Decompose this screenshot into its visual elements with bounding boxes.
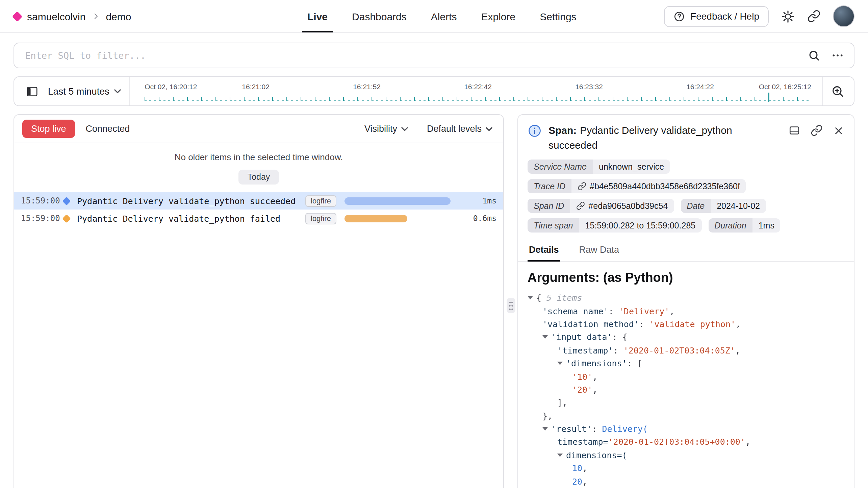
sql-filter-input[interactable]: [24, 49, 797, 62]
attribute-value[interactable]: #eda9065a0bd39c54: [570, 199, 674, 213]
share-link-icon[interactable]: [807, 9, 821, 23]
tab-raw-data[interactable]: Raw Data: [578, 241, 621, 261]
code-token: '20': [572, 385, 592, 395]
detail-header: Span:Pydantic Delivery validate_python s…: [518, 115, 854, 153]
code-line: 'timestamp': '2020-01-02T03:04:05Z',: [528, 344, 844, 357]
nav-tab-settings[interactable]: Settings: [540, 0, 576, 32]
code-line: 'input_data': {: [528, 331, 844, 344]
breadcrumb-org[interactable]: samuelcolvin: [27, 10, 85, 22]
code-token: ,: [582, 476, 587, 486]
attribute-label: Trace ID: [528, 179, 571, 193]
panel-resize-handle[interactable]: [506, 298, 515, 313]
tab-details[interactable]: Details: [528, 241, 560, 261]
attribute-value: unknown_service: [593, 160, 670, 174]
span-title: Span:Pydantic Delivery validate_python s…: [548, 123, 782, 153]
code-token: ,: [582, 463, 587, 473]
code-token: 'schema_name': [542, 306, 609, 316]
code-line: dimensions=(: [528, 448, 844, 462]
code-line: },: [528, 409, 844, 422]
info-icon: [528, 123, 542, 138]
breadcrumb-project[interactable]: demo: [106, 10, 131, 22]
nav-tab-explore[interactable]: Explore: [481, 0, 516, 32]
collapse-toggle-icon[interactable]: [557, 362, 566, 365]
attribute-badge: Date2024-10-02: [681, 199, 766, 213]
attribute-badge: Trace ID#b4e5809a440dbb3458e68d2335fe360…: [528, 179, 746, 193]
log-list: 15:59:00Pydantic Delivery validate_pytho…: [14, 192, 503, 227]
code-line: '20',: [528, 383, 844, 396]
dock-panel-icon[interactable]: [788, 124, 800, 137]
code-token: '10': [572, 371, 592, 382]
code-token: :: [592, 424, 602, 434]
timeline[interactable]: Oct 02, 16:20:1216:21:0216:21:5216:22:42…: [129, 77, 822, 105]
code-token: ,: [735, 345, 740, 356]
arguments-heading: Arguments: (as Python): [528, 270, 844, 285]
attribute-value: 2024-10-02: [711, 199, 766, 213]
code-token: 'validate_python': [649, 319, 736, 329]
attribute-value[interactable]: #b4e5809a440dbb3458e68d2335fe360f: [571, 179, 746, 193]
level-diamond-icon: [62, 196, 71, 205]
level-diamond-icon: [62, 214, 71, 222]
duration-track: [344, 215, 459, 222]
collapse-toggle-icon[interactable]: [542, 427, 551, 431]
code-token: [: [637, 358, 642, 368]
search-icon[interactable]: [808, 49, 820, 62]
breadcrumb: samuelcolvin demo: [14, 10, 131, 22]
theme-toggle-sun-icon[interactable]: [781, 9, 795, 23]
live-log-panel: Stop live Connected Visibility Default l…: [14, 114, 504, 488]
code-token: :: [612, 332, 622, 342]
timeline-zoom-icon[interactable]: [822, 77, 847, 105]
live-panel-header: Stop live Connected Visibility Default l…: [14, 115, 503, 143]
link-icon: [578, 182, 586, 191]
code-token: :: [639, 319, 649, 329]
attribute-label: Duration: [708, 218, 752, 233]
code-token: :: [609, 306, 619, 316]
attribute-badge: Service Nameunknown_service: [528, 160, 670, 174]
drag-dots-icon: [508, 300, 513, 311]
default-levels-dropdown[interactable]: Default levels: [427, 124, 492, 134]
scope-tag[interactable]: logfire: [305, 195, 336, 206]
code-token: ,: [669, 306, 674, 316]
nav-tab-alerts[interactable]: Alerts: [431, 0, 457, 32]
span-detail-panel: Span:Pydantic Delivery validate_python s…: [517, 114, 854, 488]
code-token: '2020-01-02T03:04:05+00:00': [608, 437, 745, 447]
time-range-dropdown[interactable]: Last 5 minutes: [43, 86, 129, 97]
collapse-toggle-icon[interactable]: [542, 336, 551, 339]
visibility-label: Visibility: [364, 124, 397, 134]
span-attributes: Service Nameunknown_serviceTrace ID#b4e5…: [518, 153, 854, 233]
logfire-logo-icon[interactable]: [12, 11, 22, 21]
log-timestamp: 15:59:00: [21, 214, 61, 223]
code-token: 10: [572, 463, 582, 473]
code-line: ],: [528, 396, 844, 409]
code-token: 'Delivery': [619, 306, 670, 316]
attribute-label: Span ID: [528, 199, 570, 213]
collapse-toggle-icon[interactable]: [528, 296, 536, 299]
nav-tab-live[interactable]: Live: [307, 0, 328, 32]
collapse-toggle-icon[interactable]: [557, 454, 566, 457]
live-panel-body: No older items in the selected time wind…: [14, 143, 503, 488]
feedback-help-button[interactable]: Feedback / Help: [664, 6, 769, 27]
log-row[interactable]: 15:59:00Pydantic Delivery validate_pytho…: [14, 192, 503, 210]
code-token: 'result': [551, 424, 592, 434]
logfire-app: samuelcolvin demo LiveDashboardsAlertsEx…: [0, 0, 868, 488]
duration-bar: [344, 215, 407, 222]
copy-link-icon[interactable]: [811, 124, 823, 137]
scope-tag[interactable]: logfire: [305, 213, 336, 224]
sidebar-toggle-icon[interactable]: [21, 81, 43, 101]
visibility-dropdown[interactable]: Visibility: [364, 124, 408, 134]
close-icon[interactable]: [833, 125, 844, 136]
code-token: '2020-01-02T03:04:05Z': [623, 345, 735, 356]
code-token: ,: [592, 371, 597, 382]
nav-tab-dashboards[interactable]: Dashboards: [352, 0, 407, 32]
attribute-badge: Span ID#eda9065a0bd39c54: [528, 199, 674, 213]
sql-filter-bar: [14, 43, 854, 68]
day-divider-wrap: Today: [14, 170, 503, 185]
timeline-tick-label: 16:23:32: [575, 82, 603, 91]
timeline-tick-label: Oct 02, 16:20:12: [145, 82, 197, 91]
stop-live-button[interactable]: Stop live: [22, 120, 75, 138]
day-divider-badge[interactable]: Today: [239, 170, 279, 185]
user-avatar[interactable]: [833, 5, 854, 27]
span-kind-label: Span:: [548, 124, 577, 136]
filter-more-options-icon[interactable]: [831, 49, 844, 62]
code-token: ,: [745, 437, 750, 447]
log-row[interactable]: 15:59:00Pydantic Delivery validate_pytho…: [14, 210, 503, 227]
